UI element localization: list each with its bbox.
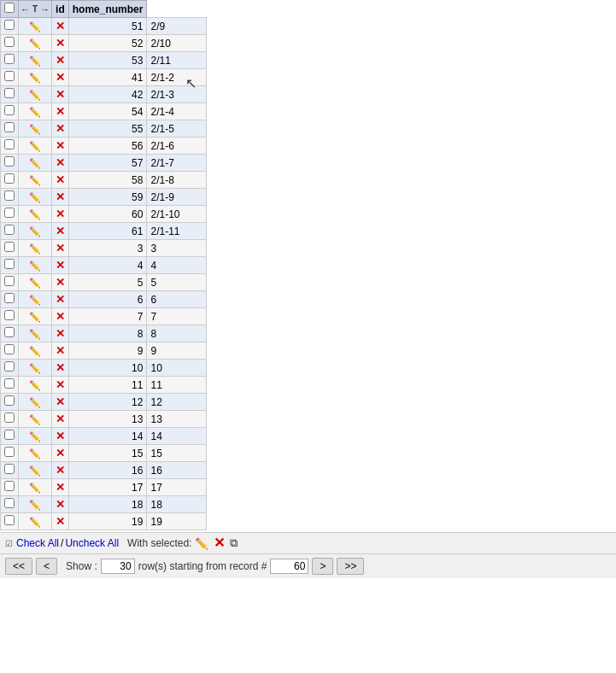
- home-number-column-header[interactable]: home_number: [68, 1, 147, 18]
- edit-row-icon[interactable]: ✏️: [29, 500, 41, 510]
- edit-row-icon[interactable]: ✏️: [29, 38, 41, 49]
- delete-row-icon[interactable]: ✕: [56, 225, 65, 237]
- sort-icon[interactable]: T: [32, 4, 38, 14]
- delete-row-icon[interactable]: ✕: [56, 498, 65, 511]
- edit-row-icon[interactable]: ✏️: [29, 465, 41, 476]
- delete-selected-icon[interactable]: ✕: [214, 536, 225, 550]
- delete-row-icon[interactable]: ✕: [56, 105, 65, 118]
- edit-row-icon[interactable]: ✏️: [29, 329, 41, 339]
- edit-row-icon[interactable]: ✏️: [29, 73, 41, 83]
- record-number-input[interactable]: [270, 559, 308, 574]
- row-checkbox[interactable]: [4, 20, 15, 30]
- delete-row-icon[interactable]: ✕: [56, 361, 65, 374]
- edit-row-icon[interactable]: ✏️: [29, 21, 41, 32]
- prev-page-button[interactable]: <: [36, 558, 57, 575]
- delete-row-icon[interactable]: ✕: [56, 259, 65, 272]
- delete-row-icon[interactable]: ✕: [56, 413, 65, 425]
- row-checkbox[interactable]: [4, 122, 15, 132]
- delete-row-icon[interactable]: ✕: [56, 139, 65, 152]
- edit-selected-icon[interactable]: ✏️: [195, 537, 208, 550]
- row-checkbox[interactable]: [4, 344, 15, 354]
- edit-row-icon[interactable]: ✏️: [29, 209, 41, 219]
- row-checkbox[interactable]: [4, 498, 15, 508]
- delete-row-icon[interactable]: ✕: [56, 37, 65, 50]
- edit-row-icon[interactable]: ✏️: [29, 243, 41, 254]
- row-checkbox[interactable]: [4, 361, 15, 372]
- select-all-checkbox[interactable]: [4, 3, 15, 13]
- row-checkbox[interactable]: [4, 327, 15, 337]
- edit-row-icon[interactable]: ✏️: [29, 517, 41, 527]
- row-checkbox[interactable]: [4, 395, 15, 406]
- edit-row-icon[interactable]: ✏️: [29, 192, 41, 202]
- row-checkbox[interactable]: [4, 464, 15, 474]
- delete-row-icon[interactable]: ✕: [56, 156, 65, 169]
- delete-row-icon[interactable]: ✕: [56, 54, 65, 67]
- edit-row-icon[interactable]: ✏️: [29, 483, 41, 493]
- row-checkbox[interactable]: [4, 481, 15, 491]
- first-page-button[interactable]: <<: [5, 558, 32, 575]
- edit-row-icon[interactable]: ✏️: [29, 226, 41, 237]
- delete-row-icon[interactable]: ✕: [56, 242, 65, 255]
- edit-row-icon[interactable]: ✏️: [29, 175, 41, 185]
- edit-row-icon[interactable]: ✏️: [29, 295, 41, 305]
- delete-row-icon[interactable]: ✕: [56, 378, 65, 391]
- delete-row-icon[interactable]: ✕: [56, 173, 65, 186]
- row-checkbox[interactable]: [4, 208, 15, 218]
- edit-row-icon[interactable]: ✏️: [29, 158, 41, 168]
- delete-row-icon[interactable]: ✕: [56, 88, 65, 101]
- edit-row-icon[interactable]: ✏️: [29, 312, 41, 322]
- row-checkbox[interactable]: [4, 242, 15, 252]
- edit-row-icon[interactable]: ✏️: [29, 90, 41, 100]
- delete-row-icon[interactable]: ✕: [56, 293, 65, 306]
- delete-row-icon[interactable]: ✕: [56, 344, 65, 357]
- move-left-icon[interactable]: ←: [21, 4, 30, 15]
- row-checkbox[interactable]: [4, 173, 15, 184]
- delete-row-icon[interactable]: ✕: [56, 515, 65, 528]
- row-checkbox[interactable]: [4, 37, 15, 47]
- edit-row-icon[interactable]: ✏️: [29, 141, 41, 151]
- delete-row-icon[interactable]: ✕: [56, 447, 65, 459]
- row-checkbox[interactable]: [4, 276, 15, 286]
- edit-row-icon[interactable]: ✏️: [29, 414, 41, 424]
- row-checkbox[interactable]: [4, 515, 15, 525]
- delete-row-icon[interactable]: ✕: [56, 430, 65, 442]
- edit-row-icon[interactable]: ✏️: [29, 363, 41, 373]
- row-checkbox[interactable]: [4, 54, 15, 64]
- row-checkbox[interactable]: [4, 447, 15, 457]
- last-page-button[interactable]: >>: [337, 558, 364, 575]
- row-checkbox[interactable]: [4, 430, 15, 440]
- row-checkbox[interactable]: [4, 105, 15, 115]
- edit-row-icon[interactable]: ✏️: [29, 448, 41, 459]
- delete-row-icon[interactable]: ✕: [56, 464, 65, 477]
- show-count-input[interactable]: [101, 559, 135, 574]
- edit-row-icon[interactable]: ✏️: [29, 380, 41, 390]
- row-checkbox[interactable]: [4, 139, 15, 149]
- row-checkbox[interactable]: [4, 190, 15, 201]
- delete-row-icon[interactable]: ✕: [56, 71, 65, 84]
- delete-row-icon[interactable]: ✕: [56, 20, 65, 32]
- uncheck-all-link[interactable]: Uncheck All: [65, 537, 119, 549]
- row-checkbox[interactable]: [4, 88, 15, 98]
- edit-row-icon[interactable]: ✏️: [29, 278, 41, 288]
- edit-row-icon[interactable]: ✏️: [29, 397, 41, 407]
- check-all-link[interactable]: Check All: [16, 537, 59, 549]
- row-checkbox[interactable]: [4, 378, 15, 389]
- delete-row-icon[interactable]: ✕: [56, 276, 65, 289]
- delete-row-icon[interactable]: ✕: [56, 327, 65, 340]
- delete-row-icon[interactable]: ✕: [56, 481, 65, 494]
- delete-row-icon[interactable]: ✕: [56, 310, 65, 323]
- row-checkbox[interactable]: [4, 259, 15, 269]
- edit-row-icon[interactable]: ✏️: [29, 346, 41, 356]
- edit-row-icon[interactable]: ✏️: [29, 260, 41, 271]
- edit-row-icon[interactable]: ✏️: [29, 107, 41, 117]
- edit-row-icon[interactable]: ✏️: [29, 431, 41, 442]
- row-checkbox[interactable]: [4, 413, 15, 423]
- row-checkbox[interactable]: [4, 225, 15, 235]
- edit-row-icon[interactable]: ✏️: [29, 56, 41, 66]
- edit-row-icon[interactable]: ✏️: [29, 124, 41, 134]
- copy-selected-icon[interactable]: ⧉: [230, 536, 238, 550]
- delete-row-icon[interactable]: ✕: [56, 190, 65, 203]
- delete-row-icon[interactable]: ✕: [56, 122, 65, 135]
- select-all-header[interactable]: [1, 1, 19, 18]
- move-right-icon[interactable]: →: [40, 4, 50, 15]
